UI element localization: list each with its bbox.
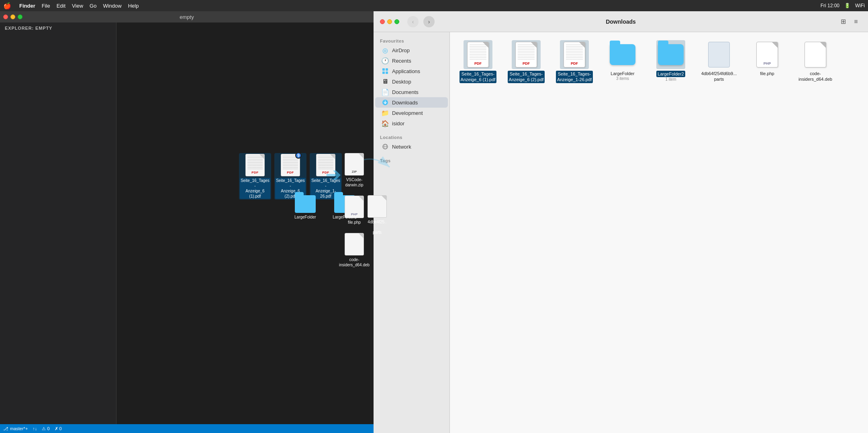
menubar-battery: 🔋 — [844, 3, 850, 8]
downloads-icon — [382, 99, 389, 106]
minimize-button[interactable] — [10, 14, 15, 19]
finder-file-label-pdf2: Seite_16_Tages-Anzeige_6 (2).pdf — [508, 71, 545, 83]
sidebar-label-development: Development — [392, 110, 423, 116]
errors-count[interactable]: ✗ 0 — [55, 426, 62, 431]
vscode-window: empty EXPLORER: EMPTY — [0, 11, 374, 433]
sync-status[interactable]: ↑↓ — [33, 426, 37, 431]
svg-rect-3 — [382, 71, 385, 74]
menubar: 🍎 Finder File Edit View Go Window Help F… — [0, 0, 868, 11]
finder-window-title: Downloads — [606, 18, 636, 25]
deb-file-item[interactable]: code-insiders_d64.deb — [338, 233, 370, 268]
file-badge: 9 — [295, 152, 302, 159]
finder-content[interactable]: PDF Seite_16_Tages-Anzeige_6 (1).pdf PDF — [450, 32, 868, 433]
finder-body: Favourites ◎ AirDrop 🕐 Recents — [374, 32, 868, 433]
finder-file-label-deb: code-insiders_d64.deb — [795, 71, 835, 82]
favourites-label: Favourites — [374, 35, 449, 45]
vscode-traffic-lights — [3, 14, 22, 19]
menubar-view[interactable]: View — [72, 3, 83, 9]
explorer-sidebar: EXPLORER: EMPTY — [0, 22, 116, 424]
finder-file-grid: PDF Seite_16_Tages-Anzeige_6 (1).pdf PDF — [458, 40, 860, 83]
finder-back-button[interactable]: ‹ — [407, 16, 419, 27]
applications-icon — [382, 67, 389, 75]
finder-file-deb[interactable]: code-insiders_d64.deb — [795, 40, 835, 83]
finder-view-toggle: ⊞ ≡ — [837, 16, 862, 27]
svg-rect-1 — [382, 68, 385, 71]
drag-file-1[interactable]: PDF Seite_16_Tages-Anzeige_6 (1).pdf — [239, 153, 271, 200]
locations-label: Locations — [374, 132, 449, 141]
sidebar-label-airdrop: AirDrop — [392, 47, 410, 53]
partial-file-item[interactable]: 4dbe4f25...parts — [368, 195, 387, 235]
menubar-file[interactable]: File — [42, 3, 50, 9]
editor-area[interactable]: PDF Seite_16_Tages-Anzeige_6 (1).pdf PDF — [116, 22, 374, 424]
finder-file-label-largefolder2: LargeFolder2 — [656, 71, 685, 77]
menubar-window[interactable]: Window — [103, 3, 121, 9]
finder-minimize-button[interactable] — [387, 19, 392, 24]
drag-file-label-1: Seite_16_Tages-Anzeige_6 (1).pdf — [240, 178, 270, 199]
sidebar-item-downloads[interactable]: Downloads — [375, 97, 448, 108]
deb-icon — [345, 233, 364, 255]
finder-php-icon: PHP — [756, 42, 778, 67]
zip-file-item[interactable]: ZIP VSCode-darwin.zip — [338, 153, 370, 188]
vscode-titlebar: empty — [0, 11, 374, 22]
php-file-item[interactable]: PHP file.php — [338, 196, 370, 225]
finder-maximize-button[interactable] — [394, 19, 399, 24]
right-edge-files: ZIP VSCode-darwin.zip PHP file.php code-… — [338, 153, 370, 268]
finder-file-php[interactable]: PHP file.php — [747, 40, 787, 83]
finder-file-pdf1[interactable]: PDF Seite_16_Tages-Anzeige_6 (1).pdf — [458, 40, 498, 83]
menubar-help[interactable]: Help — [128, 3, 139, 9]
finder-file-label-pdf1: Seite_16_Tages-Anzeige_6 (1).pdf — [460, 71, 497, 83]
warnings-count[interactable]: ⚠ 0 — [42, 426, 49, 431]
sidebar-item-applications[interactable]: Applications — [375, 66, 448, 76]
vscode-window-title: empty — [180, 14, 194, 20]
partial-file-label: 4dbe4f25...parts — [368, 219, 387, 235]
finder-pdf-icon-3: PDF — [564, 42, 585, 67]
sidebar-item-documents[interactable]: 📄 Documents — [375, 87, 448, 97]
apple-menu-icon[interactable]: 🍎 — [3, 2, 11, 10]
finder-file-largefolder2[interactable]: LargeFolder2 1 item — [651, 40, 691, 83]
finder-grid-view-button[interactable]: ⊞ — [837, 16, 849, 27]
menubar-edit[interactable]: Edit — [57, 3, 65, 9]
recents-icon: 🕐 — [382, 57, 389, 64]
sidebar-item-isidor[interactable]: 🏠 isidor — [375, 118, 448, 129]
menubar-finder[interactable]: Finder — [19, 3, 35, 9]
menubar-go[interactable]: Go — [90, 3, 96, 9]
sidebar-item-desktop[interactable]: 🖥 Desktop — [375, 76, 448, 87]
finder-window: ‹ › Downloads ⊞ ≡ Favourites ◎ AirDrop 🕐… — [374, 11, 868, 433]
finder-pdf-icon-wrap-1: PDF — [464, 40, 492, 69]
large-folder-1[interactable]: LargeFolder — [289, 195, 321, 220]
explorer-header: EXPLORER: EMPTY — [0, 22, 116, 34]
git-branch[interactable]: ⎇ master*+ — [3, 426, 28, 431]
sidebar-label-recents: Recents — [392, 58, 411, 64]
finder-close-button[interactable] — [380, 19, 385, 24]
finder-file-pdf2[interactable]: PDF Seite_16_Tages-Anzeige_6 (2).pdf — [506, 40, 546, 83]
sidebar-item-recents[interactable]: 🕐 Recents — [375, 55, 448, 66]
finder-folder-icon-wrap-2 — [656, 40, 685, 69]
menubar-clock: Fri 12:00 — [821, 3, 839, 8]
php-icon: PHP — [345, 196, 364, 218]
finder-file-label-largefolder: LargeFolder — [611, 71, 634, 76]
finder-file-pdf3[interactable]: PDF Seite_16_Tages-Anzeige_1-26.pdf — [554, 40, 594, 83]
sidebar-label-applications: Applications — [392, 68, 420, 74]
svg-rect-2 — [386, 68, 388, 71]
sidebar-item-development[interactable]: 📁 Development — [375, 108, 448, 118]
finder-deb-icon-wrap — [801, 40, 830, 69]
sidebar-item-airdrop[interactable]: ◎ AirDrop — [375, 45, 448, 55]
finder-file-partial[interactable]: 4db64f254fd6b9...parts — [699, 40, 739, 83]
finder-file-largefolder[interactable]: LargeFolder 3 items — [602, 40, 643, 83]
maximize-button[interactable] — [18, 14, 22, 19]
close-button[interactable] — [3, 14, 8, 19]
finder-php-icon-wrap: PHP — [753, 40, 782, 69]
finder-list-view-button[interactable]: ≡ — [850, 16, 862, 27]
finder-file-sublabel-largefolder2: 1 item — [665, 77, 676, 82]
finder-deb-icon — [805, 42, 826, 67]
finder-partial-icon-wrap — [705, 40, 733, 69]
main-content: empty EXPLORER: EMPTY — [0, 11, 868, 433]
zip-file-label: VSCode-darwin.zip — [345, 177, 363, 188]
finder-file-label-partial: 4db64f254fd6b9...parts — [701, 71, 737, 82]
finder-file-sublabel-largefolder: 3 items — [616, 76, 629, 81]
finder-forward-button[interactable]: › — [423, 16, 435, 27]
finder-file-label-php: file.php — [760, 71, 774, 76]
documents-icon: 📄 — [382, 88, 389, 96]
finder-toolbar: ‹ › Downloads ⊞ ≡ — [374, 11, 868, 32]
menubar-wifi: WiFi — [855, 3, 865, 8]
